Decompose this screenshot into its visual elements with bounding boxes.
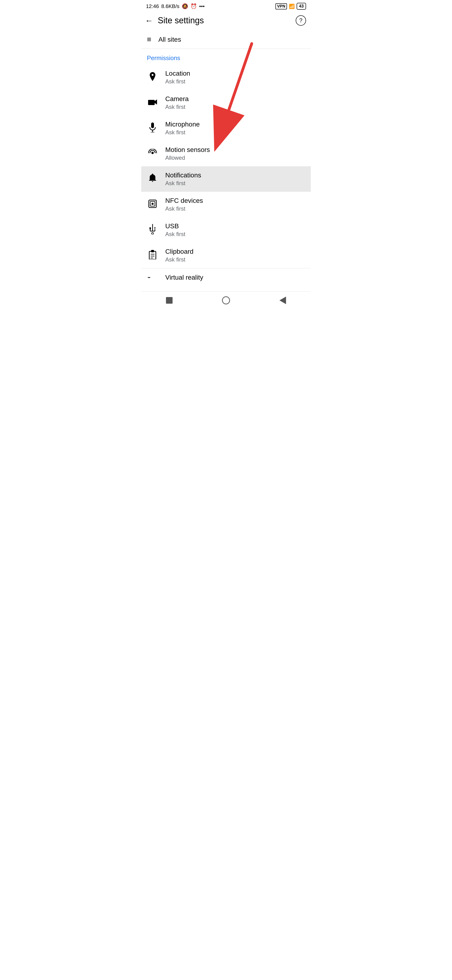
usb-icon bbox=[147, 224, 158, 236]
nav-bar bbox=[141, 291, 311, 309]
nfc-name: NFC devices bbox=[165, 197, 203, 204]
svg-rect-2 bbox=[151, 123, 154, 128]
location-icon bbox=[147, 72, 158, 83]
motion-sensors-name: Motion sensors bbox=[165, 146, 210, 154]
svg-marker-1 bbox=[155, 99, 157, 105]
svg-rect-13 bbox=[149, 228, 151, 229]
notifications-icon bbox=[147, 173, 158, 185]
permission-clipboard[interactable]: Clipboard Ask first bbox=[141, 243, 311, 268]
nfc-status: Ask first bbox=[165, 205, 203, 212]
list-icon: ≡ bbox=[147, 35, 151, 44]
alarm-icon: ⏰ bbox=[190, 3, 197, 10]
page-title: Site settings bbox=[158, 16, 204, 25]
status-bar: 12:46 8.6KB/s 🔕 ⏰ ••• VPN 📶 43 bbox=[141, 0, 311, 11]
clipboard-icon bbox=[147, 250, 158, 261]
camera-name: Camera bbox=[165, 95, 189, 103]
motion-sensors-icon bbox=[147, 149, 158, 159]
notifications-name: Notifications bbox=[165, 172, 201, 179]
usb-name: USB bbox=[165, 223, 185, 230]
svg-point-5 bbox=[151, 152, 154, 154]
camera-status: Ask first bbox=[165, 103, 189, 110]
help-button[interactable]: ? bbox=[296, 15, 306, 25]
usb-text: USB Ask first bbox=[165, 223, 185, 237]
status-right: VPN 📶 43 bbox=[276, 3, 306, 10]
back-button[interactable]: ← bbox=[145, 16, 153, 25]
svg-marker-14 bbox=[154, 228, 155, 229]
all-sites-label: All sites bbox=[159, 36, 181, 43]
nfc-icon bbox=[147, 199, 158, 210]
svg-rect-0 bbox=[148, 100, 155, 105]
permission-camera[interactable]: Camera Ask first bbox=[141, 90, 311, 115]
motion-sensors-text: Motion sensors Allowed bbox=[165, 146, 210, 161]
permissions-title: Permissions bbox=[147, 54, 180, 62]
permission-motion-sensors[interactable]: Motion sensors Allowed bbox=[141, 141, 311, 166]
permission-location[interactable]: Location Ask first bbox=[141, 65, 311, 90]
location-status: Ask first bbox=[165, 78, 190, 85]
location-text: Location Ask first bbox=[165, 70, 190, 85]
virtual-reality-text: Virtual reality bbox=[165, 274, 203, 281]
status-left: 12:46 8.6KB/s 🔕 ⏰ ••• bbox=[146, 3, 205, 10]
time: 12:46 bbox=[146, 3, 159, 10]
header-left: ← Site settings bbox=[145, 16, 204, 25]
battery-indicator: 43 bbox=[297, 3, 306, 10]
all-sites-item[interactable]: ≡ All sites bbox=[141, 30, 311, 49]
usb-status: Ask first bbox=[165, 231, 185, 237]
vpn-indicator: VPN bbox=[276, 3, 287, 10]
permissions-section-header: Permissions bbox=[141, 49, 311, 65]
notifications-text: Notifications Ask first bbox=[165, 172, 201, 186]
nav-back-button[interactable] bbox=[279, 297, 286, 304]
microphone-icon bbox=[147, 123, 158, 134]
more-icon: ••• bbox=[199, 3, 205, 10]
network-speed: 8.6KB/s bbox=[161, 3, 179, 10]
location-name: Location bbox=[165, 70, 190, 77]
header: ← Site settings ? bbox=[141, 11, 311, 30]
permission-microphone[interactable]: Microphone Ask first bbox=[141, 115, 311, 141]
permission-nfc[interactable]: NFC devices Ask first bbox=[141, 192, 311, 217]
camera-text: Camera Ask first bbox=[165, 95, 189, 110]
virtual-reality-name: Virtual reality bbox=[165, 274, 203, 281]
permission-virtual-reality[interactable]: Virtual reality bbox=[141, 268, 311, 287]
mute-icon: 🔕 bbox=[182, 3, 188, 10]
clipboard-text: Clipboard Ask first bbox=[165, 248, 193, 263]
permission-notifications[interactable]: Notifications Ask first bbox=[141, 166, 311, 192]
clipboard-name: Clipboard bbox=[165, 248, 193, 255]
motion-sensors-status: Allowed bbox=[165, 154, 210, 161]
svg-point-15 bbox=[152, 232, 154, 234]
nav-home-button[interactable] bbox=[222, 296, 230, 304]
clipboard-status: Ask first bbox=[165, 256, 193, 263]
nfc-text: NFC devices Ask first bbox=[165, 197, 203, 212]
svg-rect-8 bbox=[152, 203, 154, 205]
microphone-text: Microphone Ask first bbox=[165, 121, 200, 136]
permission-usb[interactable]: USB Ask first bbox=[141, 217, 311, 243]
notifications-status: Ask first bbox=[165, 180, 201, 186]
svg-rect-17 bbox=[151, 250, 154, 252]
microphone-status: Ask first bbox=[165, 129, 200, 136]
nav-square-button[interactable] bbox=[166, 297, 173, 304]
signal-icon: 📶 bbox=[289, 3, 295, 9]
microphone-name: Microphone bbox=[165, 121, 200, 128]
virtual-reality-icon bbox=[147, 274, 158, 282]
camera-icon bbox=[147, 99, 158, 107]
